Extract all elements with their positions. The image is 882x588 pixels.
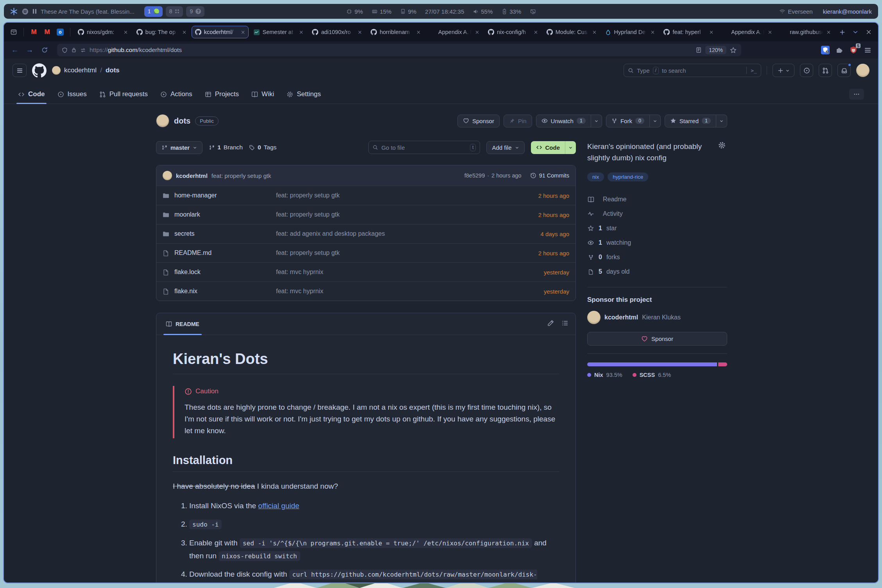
readme-link[interactable]: official guide	[258, 502, 299, 510]
branch-selector[interactable]: master	[156, 141, 203, 154]
code-caret-button[interactable]	[565, 141, 576, 154]
github-logo-icon[interactable]	[32, 63, 47, 78]
file-row[interactable]: home-manager feat: properly setup gtk 2 …	[156, 186, 575, 205]
workspace-box-icon[interactable]	[8, 26, 20, 38]
sidebar-link-forks[interactable]: 0forks	[587, 250, 727, 265]
repo-nav-tab-projects[interactable]: Projects	[199, 85, 244, 104]
file-commit-message[interactable]: feat: properly setup gtk	[276, 211, 538, 218]
file-name[interactable]: home-manager	[174, 192, 217, 199]
fork-caret-button[interactable]	[650, 115, 661, 127]
media-pause-icon[interactable]	[33, 9, 36, 14]
commit-message[interactable]: feat: properly setup gtk	[212, 172, 271, 179]
file-row[interactable]: flake.nix feat: mvc hyprnix yesterday	[156, 281, 575, 301]
tab-close-icon[interactable]	[592, 30, 597, 34]
bookmark-star-icon[interactable]	[730, 47, 737, 54]
sidebar-link-star[interactable]: 1star	[587, 221, 727, 236]
tab-close-icon[interactable]	[651, 30, 655, 34]
file-commit-message[interactable]: feat: add agenix and desktop packages	[276, 230, 541, 237]
committer-avatar[interactable]	[163, 171, 172, 180]
workspace-button[interactable]: 9?	[186, 6, 204, 17]
workspace-button[interactable]: 8	[166, 6, 183, 17]
file-name[interactable]: README.md	[174, 249, 212, 256]
file-row[interactable]: README.md feat: properly setup gtk 2 hou…	[156, 243, 575, 262]
breadcrumb-repo[interactable]: dots	[106, 66, 120, 74]
ublock-icon[interactable]: 5	[848, 45, 859, 55]
tab-close-icon[interactable]	[241, 30, 245, 34]
commit-author[interactable]: kcoderhtml	[176, 172, 208, 179]
dns-swap-icon[interactable]	[80, 47, 86, 53]
notifications-inbox-button[interactable]	[837, 64, 851, 77]
breadcrumb-owner[interactable]: kcoderhtml	[64, 66, 97, 74]
repo-nav-tab-actions[interactable]: Actions	[155, 85, 198, 104]
commit-history-link[interactable]: 91 Commits	[530, 172, 569, 179]
issues-button[interactable]	[800, 64, 813, 77]
repo-nav-tab-settings[interactable]: Settings	[281, 85, 326, 104]
nav-overflow-button[interactable]	[849, 89, 864, 100]
edit-pencil-icon[interactable]	[547, 320, 554, 328]
pin-button[interactable]: Pin	[504, 115, 532, 127]
command-palette-icon[interactable]: >_	[751, 68, 757, 74]
tab-list-button[interactable]	[850, 27, 861, 38]
forward-button[interactable]: →	[24, 46, 35, 54]
edit-about-gear-icon[interactable]	[718, 142, 726, 151]
repo-nav-tab-issues[interactable]: Issues	[52, 85, 92, 104]
file-commit-message[interactable]: feat: mvc hyprnix	[276, 288, 544, 295]
maintainer-row[interactable]: kcoderhtml Kieran Klukas	[587, 311, 727, 324]
sponsor-project-button[interactable]: Sponsor	[587, 332, 727, 346]
unwatch-button[interactable]: Unwatch 1	[536, 115, 591, 127]
file-row[interactable]: flake.lock feat: mvc hyprnix yesterday	[156, 262, 575, 281]
pinned-tab-gmail[interactable]: M	[28, 27, 39, 38]
sidebar-link-days-old[interactable]: 5days old	[587, 265, 727, 279]
browser-tab[interactable]: nix-config/h	[484, 26, 541, 38]
owner-avatar[interactable]	[52, 66, 61, 75]
reader-mode-icon[interactable]	[696, 47, 702, 53]
tab-close-icon[interactable]	[416, 30, 421, 34]
topic-nix[interactable]: nix	[587, 172, 604, 181]
pull-requests-button[interactable]	[819, 64, 832, 77]
browser-tab[interactable]: raw.githubuser	[777, 26, 834, 38]
file-commit-message[interactable]: feat: properly setup gtk	[276, 192, 538, 199]
tab-close-icon[interactable]	[768, 30, 772, 34]
sidebar-link-watching[interactable]: 1watching	[587, 236, 727, 250]
go-to-file-input[interactable]: Go to file t	[368, 141, 480, 154]
tab-close-icon[interactable]	[475, 30, 479, 34]
url-bar[interactable]: https://github.com/kcoderhtml/dots 120%	[57, 44, 741, 56]
pinned-tab-outlook[interactable]: o	[54, 27, 66, 38]
branches-link[interactable]: 1Branch	[209, 144, 243, 151]
spotify-icon[interactable]	[22, 8, 29, 15]
language-legend-item[interactable]: Nix 93.5%	[587, 372, 622, 378]
repo-avatar[interactable]	[156, 114, 169, 127]
sidebar-link-activity[interactable]: Activity	[587, 207, 727, 221]
repo-nav-tab-wiki[interactable]: Wiki	[246, 85, 280, 104]
file-name[interactable]: secrets	[174, 230, 195, 237]
topic-hyprland-rice[interactable]: hyprland-rice	[608, 172, 648, 181]
tags-link[interactable]: 0Tags	[249, 144, 276, 151]
tab-close-icon[interactable]	[826, 30, 831, 34]
global-nav-menu-button[interactable]	[13, 64, 27, 77]
shield-icon[interactable]	[62, 47, 68, 53]
starred-button[interactable]: Starred 1	[665, 115, 716, 127]
nixos-logo-icon[interactable]	[10, 8, 18, 15]
language-legend-item[interactable]: SCSS 6.5%	[633, 372, 671, 378]
file-row[interactable]: secrets feat: add agenix and desktop pac…	[156, 224, 575, 243]
repo-nav-tab-pull-requests[interactable]: Pull requests	[94, 85, 153, 104]
reload-button[interactable]	[39, 47, 50, 53]
file-row[interactable]: moonlark feat: properly setup gtk 2 hour…	[156, 205, 575, 224]
tab-close-icon[interactable]	[358, 30, 362, 34]
browser-tab[interactable]: adi1090x/ro	[308, 26, 366, 38]
repo-nav-tab-code[interactable]: Code	[13, 85, 50, 104]
workspace-button[interactable]: 1	[144, 6, 163, 17]
new-tab-button[interactable]	[837, 27, 848, 38]
watch-caret-button[interactable]	[591, 115, 602, 127]
file-name[interactable]: moonlark	[174, 211, 200, 218]
tab-close-icon[interactable]	[299, 30, 303, 34]
browser-tab[interactable]: Appendix A. H	[426, 26, 483, 38]
extensions-puzzle-icon[interactable]	[834, 45, 844, 55]
global-search-input[interactable]: Type / to search >_	[624, 64, 761, 77]
pinned-tab-gmail[interactable]: M	[41, 27, 53, 38]
close-window-icon[interactable]	[863, 27, 874, 38]
bitwarden-icon[interactable]	[820, 45, 830, 55]
outline-list-icon[interactable]	[562, 320, 568, 328]
commit-sha[interactable]: f8e5299	[464, 172, 485, 179]
repo-title[interactable]: dots	[174, 117, 190, 125]
